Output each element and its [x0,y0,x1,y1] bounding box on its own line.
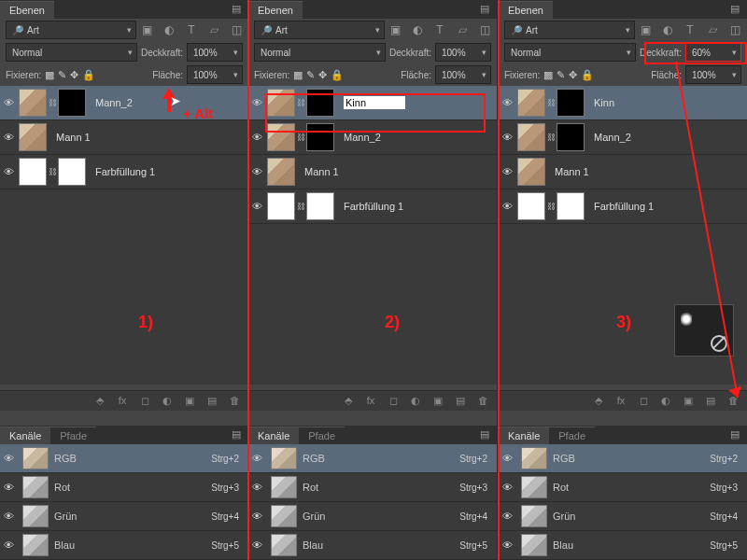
filter-image-icon[interactable]: ▣ [388,23,402,36]
visibility-icon[interactable]: 👁 [499,132,515,143]
channel-row[interactable]: 👁RGBStrg+2 [499,444,747,473]
tab-layers[interactable]: Ebenen [248,1,303,19]
channel-row[interactable]: 👁RGBStrg+2 [248,444,497,473]
filter-image-icon[interactable]: ▣ [140,23,153,36]
visibility-icon[interactable]: 👁 [248,97,265,108]
fill-value[interactable]: 100% [435,65,491,84]
visibility-icon[interactable]: 👁 [499,97,515,108]
filter-type-dropdown[interactable]: 🔎Art [6,21,136,39]
layer-thumb[interactable] [267,192,295,220]
filter-type-icon[interactable]: T [185,23,198,36]
layer-mask-thumb[interactable] [306,192,334,220]
tab-layers[interactable]: Ebenen [499,1,553,19]
layer-name[interactable]: Farbfüllung 1 [95,166,155,177]
lock-paint-icon[interactable]: ✎ [557,69,565,81]
channel-row[interactable]: 👁BlauStrg+5 [0,531,248,560]
visibility-icon[interactable]: 👁 [0,166,17,177]
tab-paths[interactable]: Pfade [549,427,595,444]
lock-paint-icon[interactable]: ✎ [306,69,315,81]
visibility-icon[interactable]: 👁 [499,482,515,493]
lock-paint-icon[interactable]: ✎ [58,69,66,81]
visibility-icon[interactable]: 👁 [0,539,17,551]
visibility-icon[interactable]: 👁 [0,482,17,493]
layer-name[interactable]: Mann 1 [56,132,91,143]
channel-row[interactable]: 👁RotStrg+3 [248,473,497,502]
adjustment-icon[interactable]: ◐ [659,395,672,407]
tab-paths[interactable]: Pfade [50,427,96,444]
lock-all-icon[interactable]: 🔒 [82,69,95,81]
visibility-icon[interactable]: 👁 [248,132,265,143]
group-icon[interactable]: ▣ [431,395,444,407]
filter-adjust-icon[interactable]: ◐ [661,23,674,36]
filter-adjust-icon[interactable]: ◐ [162,23,176,36]
channel-row[interactable]: 👁RGBStrg+2 [0,444,248,473]
new-layer-icon[interactable]: ▤ [454,395,467,407]
visibility-icon[interactable]: 👁 [248,166,265,177]
channel-row[interactable]: 👁RotStrg+3 [499,473,747,502]
lock-position-icon[interactable]: ✥ [318,69,327,81]
layer-mask-thumb[interactable] [557,89,585,117]
layer-mask-thumb[interactable] [58,158,86,186]
visibility-icon[interactable]: 👁 [248,201,265,212]
new-layer-icon[interactable]: ▤ [205,395,218,407]
mask-link-icon[interactable]: ⛓ [49,167,56,176]
layer-thumb[interactable] [267,158,295,186]
trash-icon[interactable]: 🗑 [476,395,489,407]
tab-channels[interactable]: Kanäle [499,427,549,444]
layer-row[interactable]: 👁 ⛓ Mann_2 [0,86,248,120]
lock-transparency-icon[interactable]: ▩ [45,69,54,81]
panel-menu-icon[interactable]: ▤ [224,425,248,444]
visibility-icon[interactable]: 👁 [0,132,17,143]
visibility-icon[interactable]: 👁 [248,453,265,464]
lock-position-icon[interactable]: ✥ [70,69,78,81]
visibility-icon[interactable]: 👁 [499,166,515,177]
link-icon[interactable]: ⬘ [93,395,106,407]
layer-thumb[interactable] [517,158,545,186]
filter-adjust-icon[interactable]: ◐ [411,23,424,36]
fx-icon[interactable]: fx [364,395,377,407]
visibility-icon[interactable]: 👁 [0,453,17,464]
adjustment-icon[interactable]: ◐ [161,395,174,407]
mask-link-icon[interactable]: ⛓ [547,202,555,211]
filter-smart-icon[interactable]: ◫ [728,23,741,36]
visibility-icon[interactable]: 👁 [499,511,515,522]
filter-type-dropdown[interactable]: 🔎Art [254,21,385,39]
panel-menu-icon[interactable]: ▤ [224,0,248,19]
mask-link-icon[interactable]: ⛓ [49,98,56,107]
blend-mode-dropdown[interactable]: Normal [254,43,386,62]
layer-mask-thumb[interactable] [557,192,585,220]
lock-all-icon[interactable]: 🔒 [331,69,344,81]
visibility-icon[interactable]: 👁 [248,539,265,551]
visibility-icon[interactable]: 👁 [248,511,265,522]
layer-name[interactable]: Mann_2 [95,97,133,108]
layer-name[interactable]: Mann 1 [555,166,589,177]
lock-all-icon[interactable]: 🔒 [581,69,594,81]
layer-row[interactable]: 👁 ⛓ Farbfüllung 1 [0,155,248,189]
mask-icon[interactable]: ◻ [138,395,151,407]
mask-link-icon[interactable]: ⛓ [547,133,555,142]
adjustment-icon[interactable]: ◐ [409,395,422,407]
fill-value[interactable]: 100% [187,65,243,84]
group-icon[interactable]: ▣ [183,395,196,407]
fx-icon[interactable]: fx [614,395,627,407]
trash-icon[interactable]: 🗑 [228,395,241,407]
panel-menu-icon[interactable]: ▤ [723,0,747,19]
layer-thumb[interactable] [517,89,545,117]
layer-row[interactable]: 👁 Mann 1 [0,120,248,155]
blend-mode-dropdown[interactable]: Normal [6,43,137,62]
channel-row[interactable]: 👁GrünStrg+4 [248,502,497,531]
link-icon[interactable]: ⬘ [592,395,605,407]
opacity-value[interactable]: 100% [187,43,243,62]
link-icon[interactable]: ⬘ [342,395,355,407]
visibility-icon[interactable]: 👁 [0,511,17,522]
layer-thumb[interactable] [19,158,47,186]
mask-icon[interactable]: ◻ [637,395,650,407]
layer-name[interactable]: Farbfüllung 1 [344,201,403,212]
channel-row[interactable]: 👁BlauStrg+5 [248,531,497,560]
channel-row[interactable]: 👁RotStrg+3 [0,473,248,502]
filter-type-dropdown[interactable]: 🔎Art [504,21,635,39]
filter-shape-icon[interactable]: ▱ [456,23,469,36]
filter-shape-icon[interactable]: ▱ [706,23,719,36]
layer-thumb[interactable] [19,89,47,117]
channel-row[interactable]: 👁BlauStrg+5 [499,531,747,560]
